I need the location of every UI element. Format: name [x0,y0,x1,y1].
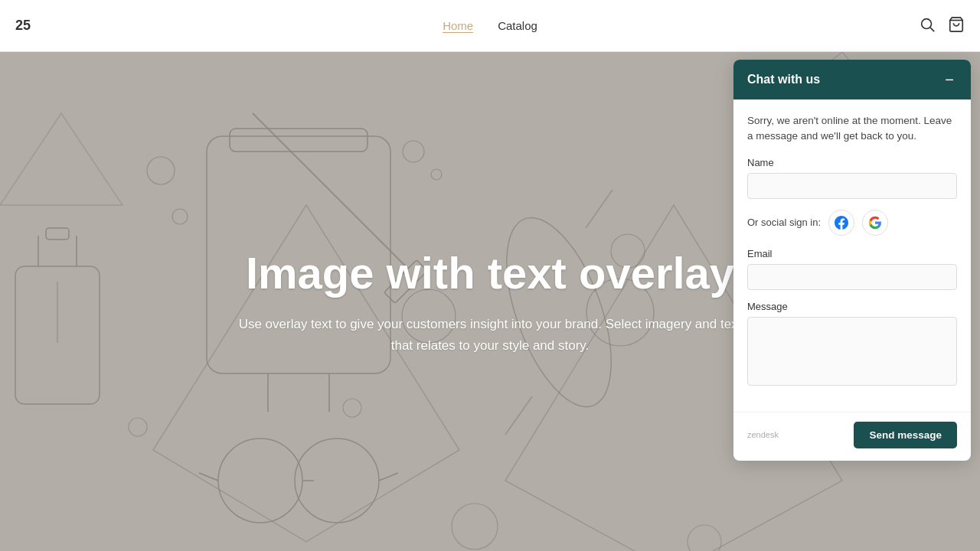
navbar: 25 Home Catalog [0,0,980,52]
hero-content: Image with text overlay Use overlay text… [222,247,758,355]
facebook-signin-button[interactable] [828,210,854,236]
name-input[interactable] [747,173,957,199]
chat-header: Chat with us − [733,60,971,99]
cart-icon[interactable] [948,16,965,36]
nav-link-catalog[interactable]: Catalog [498,19,537,32]
svg-line-1 [930,28,934,31]
social-sign-in-row: Or social sign in: [747,210,957,236]
email-input[interactable] [747,264,957,290]
chat-widget: Chat with us − Sorry, we aren't online a… [733,60,971,461]
name-label: Name [747,157,957,168]
hero-subtitle: Use overlay text to give your customers … [237,314,743,355]
brand-logo: 25 [15,18,31,34]
nav-link-home[interactable]: Home [443,19,473,32]
google-signin-button[interactable] [862,210,888,236]
message-field-group: Message [747,301,957,389]
email-field-group: Email [747,248,957,290]
chat-offline-message: Sorry, we aren't online at the moment. L… [747,113,957,145]
zendesk-label: zendesk [747,430,779,439]
message-input[interactable] [747,317,957,386]
send-message-button[interactable]: Send message [854,422,957,448]
svg-point-0 [922,18,932,28]
navbar-icons [919,16,965,36]
social-label: Or social sign in: [747,217,821,228]
chat-footer: zendesk Send message [733,412,971,461]
message-label: Message [747,301,957,312]
name-field-group: Name [747,157,957,199]
hero-title: Image with text overlay [237,247,743,298]
chat-header-title: Chat with us [747,73,820,86]
chat-body: Sorry, we aren't online at the moment. L… [733,99,971,409]
email-label: Email [747,248,957,259]
search-icon[interactable] [919,16,936,36]
nav-links: Home Catalog [443,19,537,32]
chat-minimize-button[interactable]: − [942,72,957,87]
